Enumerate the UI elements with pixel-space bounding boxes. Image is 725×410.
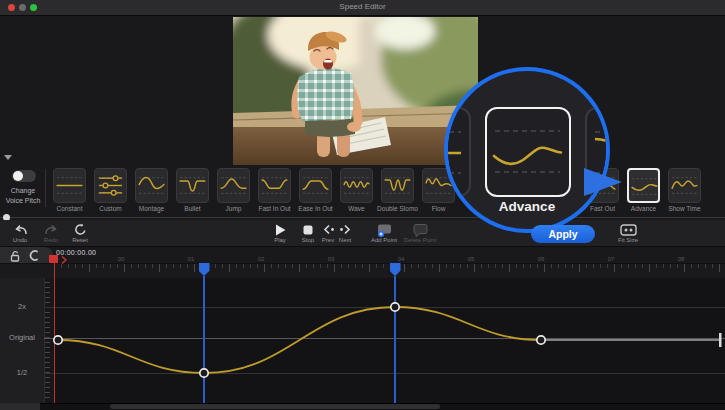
ruler-tick [446, 264, 447, 268]
preset-label: Ease In Out [295, 205, 336, 212]
magnet-icon[interactable] [27, 250, 39, 261]
ruler-label: 06 [533, 256, 549, 262]
preset-custom[interactable]: Custom [90, 168, 131, 212]
curve-point-1x[interactable] [537, 336, 545, 344]
preset-bullet[interactable]: Bullet [172, 168, 213, 212]
window-title: Speed Editor [0, 2, 725, 11]
ruler-tick [292, 264, 293, 268]
scrollbar-corner [0, 403, 40, 410]
curve-point-2x[interactable] [391, 303, 399, 311]
preset-double-slomo[interactable]: Double Slomo [377, 168, 418, 212]
ruler-tick [677, 264, 678, 268]
preset-label: Constant [49, 205, 90, 212]
preset-curve-constant [54, 169, 85, 202]
speed-curve[interactable] [0, 278, 725, 403]
ruler-tick [306, 264, 307, 268]
lock-open-icon[interactable] [9, 250, 21, 262]
preset-fast-in-out[interactable]: Fast In Out [254, 168, 295, 212]
ruler-tick [635, 264, 636, 268]
ruler-tick [75, 264, 76, 268]
preset-thumbnail-jump [217, 168, 250, 203]
curve-point-1-2[interactable] [200, 369, 208, 377]
preset-ease-in-out[interactable]: Ease In Out [295, 168, 336, 212]
preset-thumbnail-show-time [668, 168, 701, 203]
play-button[interactable]: Play [266, 223, 294, 243]
ruler-tick [82, 264, 83, 268]
undo-icon [5, 223, 35, 236]
scrollbar-thumb[interactable] [110, 404, 440, 409]
ruler-label: 04 [393, 256, 409, 262]
preset-label: Jump [213, 205, 254, 212]
collapse-panel-icon[interactable] [4, 155, 12, 160]
ruler-tick [383, 264, 384, 268]
magnified-preset-thumbnail [485, 107, 571, 197]
ruler-tick [355, 264, 356, 268]
ruler-tick [607, 264, 608, 268]
video-preview [233, 17, 478, 165]
ruler-tick [173, 264, 174, 268]
ruler-tick [621, 264, 622, 268]
ruler-tick [544, 264, 545, 272]
ruler-tick [404, 264, 405, 272]
ruler-tick [516, 264, 517, 268]
preset-label: Advance [623, 205, 664, 212]
ruler-tick [285, 264, 286, 268]
toolbar: Undo Redo Reset Play Stop Prev [0, 220, 725, 247]
ruler-tick [236, 264, 237, 268]
ruler-tick [250, 264, 251, 268]
curve-point-1x[interactable] [54, 336, 62, 344]
redo-button[interactable]: Redo [36, 223, 66, 243]
timecode: 00:00:00.00 [56, 249, 96, 256]
apply-button[interactable]: Apply [531, 225, 595, 243]
reset-icon [65, 223, 95, 236]
preset-wave[interactable]: Wave [336, 168, 377, 212]
preset-label: Show Time [664, 205, 705, 212]
ruler-tick [166, 264, 167, 268]
playhead-handle[interactable] [49, 255, 58, 263]
ruler-tick [138, 264, 139, 268]
ruler-tick [243, 264, 244, 268]
reset-button[interactable]: Reset [65, 223, 95, 243]
next-button[interactable]: Next [332, 223, 358, 243]
ruler-tick [327, 264, 328, 268]
ruler-label: 08 [673, 256, 689, 262]
ruler-tick [362, 264, 363, 268]
preset-advance[interactable]: Advance [623, 168, 664, 212]
ruler-tick [320, 264, 321, 268]
ruler-tick [271, 264, 272, 268]
ruler-tick [565, 264, 566, 268]
ruler-tick [131, 264, 132, 268]
ruler-label: 03 [323, 256, 339, 262]
ruler-tick [509, 264, 510, 272]
ruler-tick [719, 264, 720, 272]
delete-point-button[interactable]: Delete Point [398, 223, 442, 243]
preset-show-time[interactable]: Show Time [664, 168, 705, 212]
ruler-tick [103, 264, 104, 268]
ruler-tick [537, 264, 538, 268]
ruler-tick [628, 264, 629, 268]
preset-scrollbar-track[interactable] [0, 217, 725, 218]
ruler-tick [712, 264, 713, 268]
magnifier-callout: Advance [444, 67, 610, 233]
ruler-tick [572, 264, 573, 268]
ruler-tick [229, 264, 230, 272]
next-icon [332, 223, 358, 236]
timeline-ruler[interactable] [0, 263, 725, 279]
speed-curve-path [58, 307, 541, 373]
ruler-tick [586, 264, 587, 268]
undo-button[interactable]: Undo [5, 223, 35, 243]
fit-size-button[interactable]: Fit Size [612, 223, 644, 243]
ruler-tick [691, 264, 692, 268]
preset-montage[interactable]: Montage [131, 168, 172, 212]
preset-curve-wave [341, 169, 372, 202]
speed-editor-window: Speed Editor [0, 0, 725, 410]
ruler-tick [159, 264, 160, 272]
ruler-tick [481, 264, 482, 268]
ruler-tick [439, 264, 440, 272]
preset-constant[interactable]: Constant [49, 168, 90, 212]
ruler-tick [222, 264, 223, 268]
ruler-tick [614, 264, 615, 272]
ruler-label: 07 [603, 256, 619, 262]
preset-jump[interactable]: Jump [213, 168, 254, 212]
ruler-tick [579, 264, 580, 272]
